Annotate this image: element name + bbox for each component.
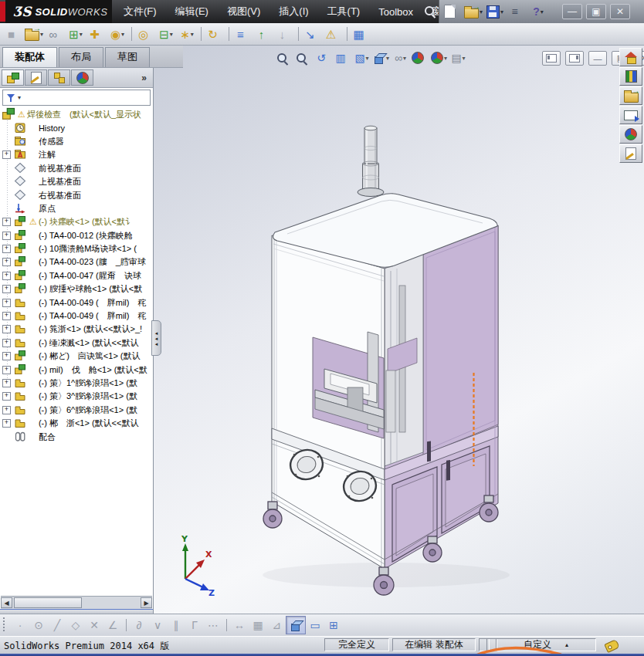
headsup-icon[interactable]: ∞▾ bbox=[391, 49, 410, 66]
window-button[interactable]: ▣ bbox=[586, 4, 606, 19]
quick-icon[interactable]: ▾ bbox=[442, 2, 461, 21]
tree-expander[interactable]: + bbox=[2, 232, 11, 240]
tree-row[interactable]: + A ⚠ (-) 缍凁溅 bbox=[0, 336, 153, 350]
toolbar-icon[interactable]: ↻▾ bbox=[205, 25, 225, 43]
tree-row[interactable]: + A ⚠ (-) 块癦眏 bbox=[0, 215, 153, 228]
tree-expander[interactable]: + bbox=[2, 325, 11, 333]
door-handle[interactable] bbox=[427, 441, 431, 462]
dropdown-caret[interactable]: ▾ bbox=[170, 31, 173, 38]
headsup-icon[interactable]: ▾ bbox=[294, 49, 314, 66]
toolbar-icon[interactable]: ↘▾ bbox=[302, 25, 322, 43]
snap-icon[interactable]: ⊿ bbox=[267, 617, 286, 634]
task-pane-button[interactable] bbox=[619, 67, 642, 86]
panel-splitter-handle[interactable]: ◂ ◂ ◂ bbox=[151, 320, 161, 356]
tree-row[interactable]: + A ⚠ (-) 策〉3 bbox=[0, 390, 153, 403]
tree-row[interactable]: + A ⚠ (-) TA4 bbox=[0, 296, 153, 309]
tree-row[interactable]: + A ⚠ (-) 策〉6 bbox=[0, 404, 153, 417]
headsup-icon[interactable]: ▤▾ bbox=[449, 49, 468, 66]
menu-item[interactable]: 插入(I) bbox=[269, 0, 317, 23]
door-handle[interactable] bbox=[446, 460, 450, 481]
tree-expander[interactable]: + bbox=[2, 299, 11, 307]
menu-item[interactable]: 视图(V) bbox=[218, 0, 269, 23]
tree-expander[interactable]: + bbox=[2, 352, 11, 360]
scroll-left-arrow[interactable]: ◀ bbox=[1, 597, 12, 608]
headsup-icon[interactable]: ▾ bbox=[371, 49, 391, 66]
toolbar-icon[interactable]: ↓▾ bbox=[274, 25, 294, 43]
tree-expander[interactable]: + bbox=[2, 406, 11, 414]
panel-tab[interactable] bbox=[48, 69, 70, 86]
tree-row[interactable]: + A ⚠ (-) 郴 浙 bbox=[0, 417, 153, 430]
dropdown-caret[interactable]: ▾ bbox=[191, 31, 194, 38]
menu-item[interactable]: 工具(T) bbox=[318, 0, 370, 23]
tree-expander[interactable]: + bbox=[2, 379, 11, 387]
snap-icon[interactable]: ∨ bbox=[148, 617, 167, 634]
tree-expander[interactable]: + bbox=[2, 419, 11, 428]
tree-expander[interactable]: + bbox=[2, 258, 11, 266]
menu-item[interactable]: 编辑(E) bbox=[166, 0, 218, 23]
tree-row[interactable]: + A ⚠ (-) 筄浙< bbox=[0, 323, 153, 336]
tree-row[interactable]: + A ⚠ 右视基准面 bbox=[0, 188, 153, 201]
quick-icon[interactable]: ▾ bbox=[464, 2, 483, 21]
toolbar-icon[interactable]: ◎▾ bbox=[135, 25, 155, 43]
command-tab[interactable]: 草图 bbox=[105, 47, 150, 67]
tree-row[interactable]: + A ⚠ 传感器 bbox=[0, 135, 153, 148]
quick-icon[interactable]: ≡▾ bbox=[507, 2, 526, 21]
dropdown-caret[interactable]: ▾ bbox=[80, 31, 83, 38]
dropdown-caret[interactable]: ▾ bbox=[500, 8, 503, 15]
tree-row[interactable]: + A ⚠ 原点 bbox=[0, 202, 153, 215]
snap-icon[interactable]: · bbox=[11, 617, 29, 634]
snap-icon[interactable]: ▦ bbox=[249, 617, 267, 634]
snap-icon[interactable]: ╱ bbox=[48, 617, 66, 634]
tree-expander[interactable]: + bbox=[2, 245, 11, 253]
snap-icon[interactable]: ▭ bbox=[306, 617, 324, 634]
tree-row[interactable]: + A ⚠ (-) 膄揰や bbox=[0, 282, 153, 296]
tree-row[interactable]: + A ⚠ (-) TA4 bbox=[0, 255, 153, 269]
tree-expander[interactable]: + bbox=[2, 218, 11, 226]
snap-icon[interactable]: ∂ bbox=[130, 617, 148, 634]
toolbar-icon[interactable]: ⊟▾ bbox=[156, 25, 176, 43]
snap-icon[interactable]: ⊙ bbox=[29, 617, 48, 634]
headsup-icon[interactable]: ▥▾ bbox=[333, 49, 352, 66]
tree-expander[interactable]: + bbox=[2, 272, 11, 280]
dropdown-caret[interactable]: ▾ bbox=[403, 55, 406, 62]
toolbar-icon[interactable]: ∞▾ bbox=[45, 25, 65, 43]
snap-icon[interactable]: Γ bbox=[185, 617, 204, 634]
menu-item[interactable]: 文件(F) bbox=[114, 0, 166, 23]
task-pane-button[interactable] bbox=[619, 106, 642, 124]
headsup-icon[interactable]: ▾ bbox=[410, 49, 429, 66]
toolbar-icon[interactable]: ⚠▾ bbox=[323, 25, 343, 43]
tree-expander[interactable]: + bbox=[2, 339, 11, 347]
tree-expander[interactable]: + bbox=[2, 366, 11, 374]
dropdown-caret[interactable]: ▾ bbox=[541, 8, 544, 15]
toolbar-icon[interactable]: ■▾ bbox=[3, 25, 23, 43]
command-tab[interactable]: 布局 bbox=[59, 47, 103, 67]
tree-expander[interactable]: + bbox=[2, 312, 11, 320]
headsup-icon[interactable]: ▾ bbox=[429, 49, 449, 66]
toolbar-grip[interactable] bbox=[3, 617, 6, 633]
quick-icon[interactable]: ?▾ bbox=[529, 2, 547, 21]
panel-tab[interactable] bbox=[25, 69, 47, 86]
panel-tab[interactable] bbox=[2, 69, 24, 86]
tree-row[interactable]: + A ⚠ (-) TA4 bbox=[0, 229, 153, 242]
panel-horizontal-scrollbar[interactable]: ◀ ▶ bbox=[1, 596, 152, 609]
tree-row[interactable]: + A ⚠ (-) 策〉1 bbox=[0, 377, 153, 390]
tree-row[interactable]: + A ⚠ History bbox=[0, 121, 153, 134]
scrollbar-thumb[interactable] bbox=[14, 597, 82, 608]
search-icon[interactable] bbox=[423, 5, 436, 18]
dropdown-caret[interactable]: ▾ bbox=[121, 31, 124, 38]
snap-icon[interactable]: ◇ bbox=[66, 617, 85, 634]
tree-row[interactable]: + A ⚠ 上视基准面 bbox=[0, 175, 153, 188]
headsup-icon[interactable]: ▾ bbox=[275, 49, 294, 66]
window-button[interactable]: — bbox=[562, 4, 582, 19]
doc-window-button[interactable] bbox=[542, 51, 561, 66]
snap-icon[interactable] bbox=[286, 616, 306, 634]
custom-caret-icon[interactable]: ▴ bbox=[565, 641, 568, 648]
task-pane-button[interactable] bbox=[619, 48, 642, 66]
snap-icon[interactable]: ⋯ bbox=[204, 617, 222, 634]
toolbar-icon[interactable]: ≡▾ bbox=[232, 25, 253, 43]
headsup-icon[interactable]: ▧▾ bbox=[352, 49, 371, 66]
window-button[interactable]: ✕ bbox=[610, 4, 630, 19]
tree-row[interactable]: + A ⚠ 注解 bbox=[0, 148, 153, 161]
snap-icon[interactable]: ↔ bbox=[230, 617, 249, 634]
status-custom[interactable]: 自定义▴ bbox=[496, 638, 596, 651]
